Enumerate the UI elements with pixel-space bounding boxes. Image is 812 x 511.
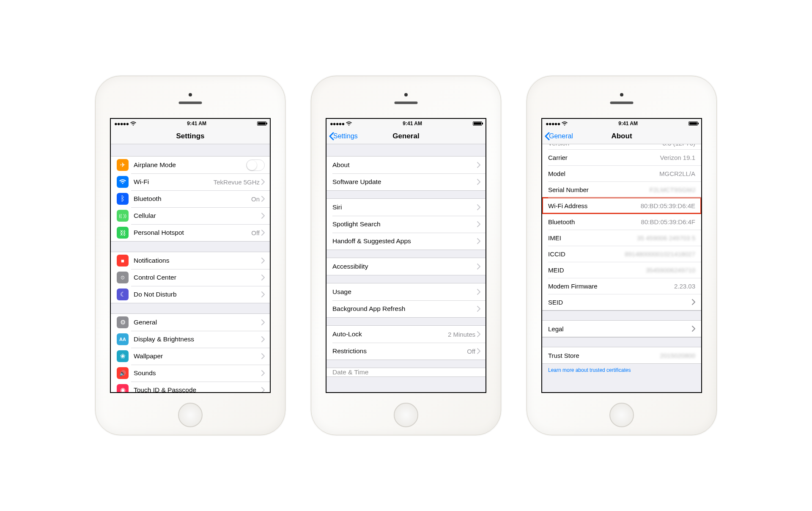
row-date-time[interactable]: Date & Time xyxy=(326,368,486,376)
row-label: Airplane Mode xyxy=(134,161,246,169)
fingerprint-icon: ◉ xyxy=(117,384,129,392)
row-label: Siri xyxy=(332,203,477,211)
row-trust-store[interactable]: Trust Store2015020800 xyxy=(542,347,701,363)
display-icon: AA xyxy=(117,333,129,345)
row-label: General xyxy=(134,319,261,326)
row-auto-lock[interactable]: Auto-Lock2 Minutes xyxy=(326,326,486,343)
wifi-icon xyxy=(562,121,568,126)
row-general[interactable]: ⚙ General xyxy=(111,314,270,331)
row-value: 80:BD:05:39:D6:4F xyxy=(641,218,695,225)
wifi-row-icon xyxy=(117,176,129,188)
row-notifications[interactable]: ■ Notifications xyxy=(111,252,270,269)
nav-bar: Settings xyxy=(111,128,270,144)
chevron-right-icon xyxy=(477,238,480,244)
chevron-right-icon xyxy=(261,291,265,297)
home-button[interactable] xyxy=(609,403,634,427)
row-wallpaper[interactable]: ❀ Wallpaper xyxy=(111,348,270,365)
chevron-right-icon xyxy=(261,213,265,219)
row-personal-hotspot[interactable]: ⛓ Personal Hotspot Off xyxy=(111,224,270,241)
row-cellular[interactable]: (( )) Cellular xyxy=(111,207,270,224)
row-label: Background App Refresh xyxy=(332,305,477,313)
row-value-blurred: 89148000001021418027 xyxy=(625,250,695,258)
row-restrictions[interactable]: RestrictionsOff xyxy=(326,343,486,360)
back-button[interactable]: General xyxy=(545,128,573,144)
home-button[interactable] xyxy=(178,403,203,427)
back-button[interactable]: Settings xyxy=(329,128,358,144)
chevron-right-icon xyxy=(261,336,265,342)
row-iccid[interactable]: ICCID89148000001021418027 xyxy=(542,246,701,262)
row-version[interactable]: Version8.3 (12F70) xyxy=(542,144,701,149)
chevron-right-icon xyxy=(477,179,480,185)
row-label: Software Update xyxy=(332,178,477,186)
status-bar: ●●●●● 9:41 AM xyxy=(542,119,701,128)
home-button[interactable] xyxy=(394,403,418,427)
row-label: MEID xyxy=(548,266,564,274)
row-spotlight[interactable]: Spotlight Search xyxy=(326,216,486,233)
bluetooth-icon: ᛒ xyxy=(117,193,129,205)
signal-dots-icon: ●●●●● xyxy=(330,121,344,127)
row-display-brightness[interactable]: AA Display & Brightness xyxy=(111,331,270,348)
row-label: Trust Store xyxy=(548,352,579,359)
row-software-update[interactable]: Software Update xyxy=(326,173,486,190)
status-time: 9:41 AM xyxy=(403,121,422,126)
row-label: Usage xyxy=(332,288,477,296)
row-label: Wallpaper xyxy=(134,352,261,360)
signal-dots-icon: ●●●●● xyxy=(114,121,129,127)
row-label: Modem Firmware xyxy=(548,283,598,290)
airplane-icon: ✈ xyxy=(117,159,129,171)
row-do-not-disturb[interactable]: ☾ Do Not Disturb xyxy=(111,286,270,303)
row-label: Restrictions xyxy=(332,347,467,355)
row-seid[interactable]: SEID xyxy=(542,294,701,310)
row-control-center[interactable]: ⊙ Control Center xyxy=(111,269,270,286)
row-value: 2.23.03 xyxy=(674,283,695,290)
row-value: Off xyxy=(251,229,260,236)
row-wifi[interactable]: Wi-Fi TekRevue 5GHz xyxy=(111,173,270,190)
row-model[interactable]: ModelMGCR2LL/A xyxy=(542,165,701,181)
row-about[interactable]: About xyxy=(326,157,486,173)
row-wifi-address[interactable]: Wi-Fi Address80:BD:05:39:D6:4E xyxy=(542,198,701,214)
chevron-right-icon xyxy=(261,387,265,392)
row-bluetooth[interactable]: ᛒ Bluetooth On xyxy=(111,190,270,207)
control-center-icon: ⊙ xyxy=(117,272,129,283)
row-label: Do Not Disturb xyxy=(134,291,261,298)
status-bar: ●●●●● 9:41 AM xyxy=(326,119,486,128)
row-bluetooth-address[interactable]: Bluetooth80:BD:05:39:D6:4F xyxy=(542,214,701,230)
settings-list: ✈ Airplane Mode Wi-Fi TekRevue 5GHz ᛒ Bl… xyxy=(111,144,270,392)
row-usage[interactable]: Usage xyxy=(326,283,486,300)
row-sounds[interactable]: 🔊 Sounds xyxy=(111,365,270,382)
nav-title: General xyxy=(392,132,419,140)
trust-store-link[interactable]: Learn more about trusted certificates xyxy=(542,364,701,376)
row-value: 8.3 (12F70) xyxy=(662,144,695,147)
row-meid[interactable]: MEID35459006249710 xyxy=(542,262,701,278)
row-handoff[interactable]: Handoff & Suggested Apps xyxy=(326,233,486,250)
row-legal[interactable]: Legal xyxy=(542,321,701,337)
chevron-right-icon xyxy=(261,196,265,202)
row-accessibility[interactable]: Accessibility xyxy=(326,258,486,275)
chevron-right-icon xyxy=(261,319,265,325)
gear-icon: ⚙ xyxy=(117,316,129,328)
row-airplane-mode[interactable]: ✈ Airplane Mode xyxy=(111,157,270,173)
row-label: Auto-Lock xyxy=(332,330,448,338)
row-label: Version xyxy=(548,144,569,147)
row-label: Touch ID & Passcode xyxy=(134,386,261,392)
row-carrier[interactable]: CarrierVerizon 19.1 xyxy=(542,149,701,165)
row-touch-id-passcode[interactable]: ◉ Touch ID & Passcode xyxy=(111,382,270,392)
phone-settings: ●●●●● 9:41 AM Settings ✈ Airplane Mode W… xyxy=(95,76,285,435)
status-time: 9:41 AM xyxy=(618,121,638,126)
row-value-blurred: F2LMCT9SGMJ xyxy=(650,186,695,193)
battery-icon xyxy=(257,121,266,126)
row-siri[interactable]: Siri xyxy=(326,199,486,216)
row-imei[interactable]: IMEI35 459006 249703 5 xyxy=(542,230,701,246)
row-serial-number[interactable]: Serial NumberF2LMCT9SGMJ xyxy=(542,181,701,198)
screen-settings: ●●●●● 9:41 AM Settings ✈ Airplane Mode W… xyxy=(110,118,271,393)
row-background-app-refresh[interactable]: Background App Refresh xyxy=(326,300,486,317)
row-value: Off xyxy=(467,348,475,355)
row-modem-firmware[interactable]: Modem Firmware2.23.03 xyxy=(542,278,701,294)
row-label: Display & Brightness xyxy=(134,335,261,343)
row-label: Serial Number xyxy=(548,186,589,193)
row-label: Wi-Fi Address xyxy=(548,202,587,209)
row-value: Verizon 19.1 xyxy=(660,154,695,161)
row-label: SEID xyxy=(548,299,563,306)
airplane-toggle[interactable] xyxy=(246,159,265,171)
notifications-icon: ■ xyxy=(117,255,129,266)
